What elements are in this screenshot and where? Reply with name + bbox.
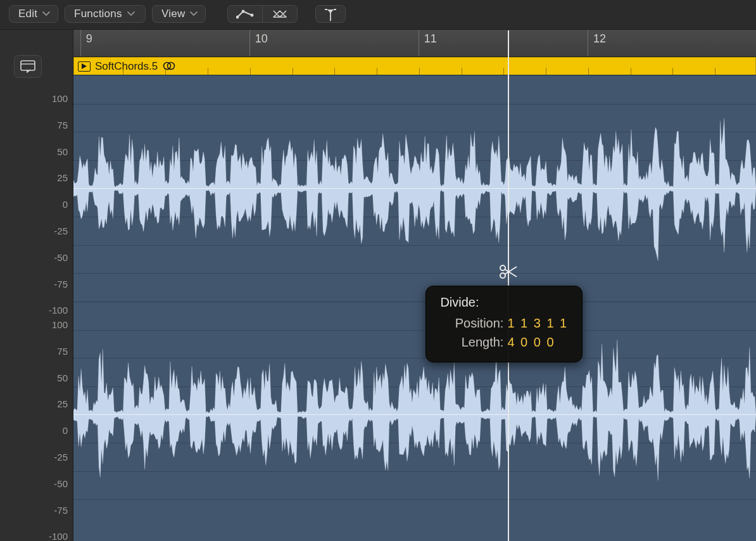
snap-playhead-icon <box>323 7 338 21</box>
clip-beat-tick <box>293 68 293 75</box>
clip-beat-tick <box>123 68 123 75</box>
db-label: -50 <box>30 478 68 489</box>
tooltip-length-label: Length: <box>440 333 507 352</box>
sidebar: 1007550250-25-50-75-1001007550250-25-50-… <box>0 30 73 541</box>
flex-button[interactable] <box>263 6 297 22</box>
clip-beat-tick <box>503 68 504 75</box>
catalog-icon <box>20 60 35 73</box>
clip-name: SoftChords.5 <box>95 60 158 73</box>
editor-content: 9101112 SoftChords.5 <box>73 30 756 541</box>
clip-beat-tick <box>208 68 208 75</box>
db-label: 100 <box>30 93 68 104</box>
waveform-channel-left <box>73 75 756 302</box>
scissors-cursor-icon <box>499 264 518 279</box>
menu-label: Functions <box>74 8 122 20</box>
ruler-bar-label: 10 <box>255 32 268 45</box>
db-label: 75 <box>30 346 68 357</box>
db-label: -75 <box>30 505 68 516</box>
clip-beat-tick <box>715 68 715 75</box>
waveform-area[interactable]: Divide: Position: 1 1 3 1 1 Length: 4 0 … <box>73 75 756 541</box>
ruler-bar-label: 11 <box>424 32 437 45</box>
menu-label: View <box>161 8 185 20</box>
flex-icon <box>271 8 289 20</box>
svg-marker-4 <box>327 10 334 13</box>
db-scale: 1007550250-25-50-75-1001007550250-25-50-… <box>17 87 68 541</box>
db-label: 50 <box>30 372 68 383</box>
waveform-channel-right <box>73 302 756 528</box>
chevron-down-icon <box>42 10 50 18</box>
db-label: -100 <box>30 531 68 541</box>
svg-rect-7 <box>21 61 35 70</box>
functions-menu[interactable]: Functions <box>65 5 146 23</box>
clip-beat-tick <box>377 68 377 75</box>
divide-tooltip: Divide: Position: 1 1 3 1 1 Length: 4 0 … <box>425 286 583 362</box>
db-label: -50 <box>30 252 68 263</box>
chevron-down-icon <box>190 10 198 18</box>
clip-beat-tick <box>334 68 335 75</box>
toolbar: Edit Functions View <box>0 0 756 30</box>
clip-beat-tick <box>419 68 420 75</box>
clip-beat-tick <box>631 68 631 75</box>
db-label: 0 <box>30 425 68 436</box>
catalog-button[interactable] <box>14 55 42 78</box>
edit-menu[interactable]: Edit <box>9 5 58 23</box>
clip-header[interactable]: SoftChords.5 <box>73 57 756 75</box>
automation-icon <box>236 8 254 20</box>
clip-beat-tick <box>588 68 589 75</box>
db-label: -25 <box>30 452 68 462</box>
mode-segment <box>227 5 298 23</box>
clip-beat-tick <box>546 68 546 75</box>
tooltip-length-value: 4 0 0 0 <box>507 333 555 352</box>
clip-beat-tick <box>672 68 673 75</box>
db-label: 75 <box>30 120 68 130</box>
ruler-bar: 9 <box>80 30 92 56</box>
clip-beat-tick <box>165 68 166 75</box>
time-ruler[interactable]: 9101112 <box>73 30 756 57</box>
svg-marker-9 <box>82 63 87 69</box>
ruler-bar: 12 <box>588 30 606 56</box>
tooltip-position-value: 1 1 3 1 1 <box>507 314 568 333</box>
automation-button[interactable] <box>228 6 263 22</box>
db-label: -25 <box>30 226 68 236</box>
db-label: 50 <box>30 146 68 157</box>
ruler-bar-label: 12 <box>593 32 606 45</box>
snap-segment <box>315 5 346 23</box>
ruler-bar-label: 9 <box>86 32 92 45</box>
db-label: -100 <box>30 305 68 315</box>
view-menu[interactable]: View <box>152 5 206 23</box>
db-label: -75 <box>30 279 68 290</box>
region-play-icon <box>78 61 91 72</box>
clip-strip: SoftChords.5 <box>73 57 756 75</box>
tooltip-title: Divide: <box>440 295 568 310</box>
ruler-bar: 10 <box>249 30 268 56</box>
snap-playhead-button[interactable] <box>316 6 345 22</box>
chevron-down-icon <box>127 10 135 18</box>
svg-point-2 <box>251 14 254 17</box>
db-label: 0 <box>30 199 68 210</box>
stereo-icon <box>162 61 176 72</box>
clip-beat-tick <box>462 68 462 75</box>
db-label: 100 <box>30 319 68 330</box>
tooltip-position-label: Position: <box>440 314 507 333</box>
clip-beat-tick <box>250 68 251 75</box>
menu-label: Edit <box>18 8 37 20</box>
svg-point-1 <box>242 10 245 13</box>
db-label: 25 <box>30 172 68 183</box>
db-label: 25 <box>30 398 68 409</box>
ruler-bar: 11 <box>419 30 437 56</box>
